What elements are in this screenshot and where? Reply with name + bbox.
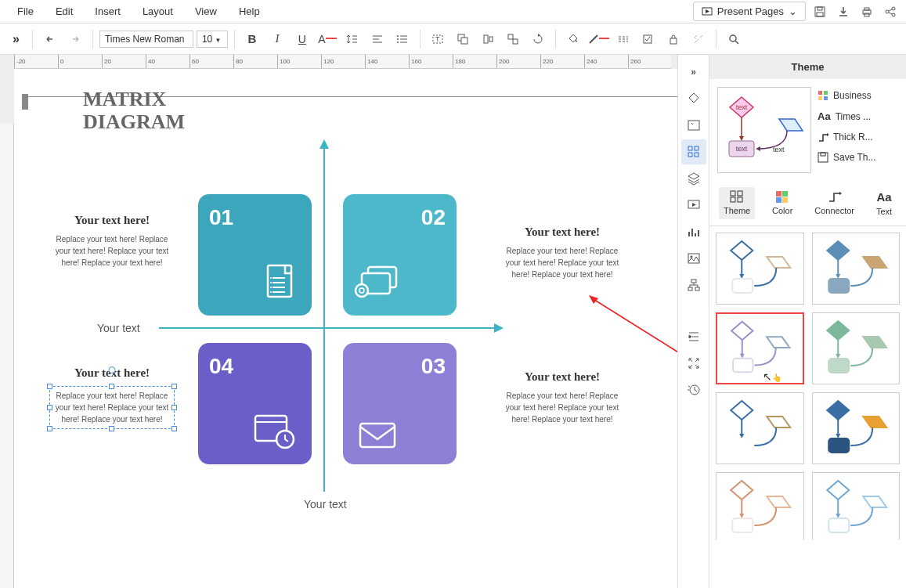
theme-thumbnail-2[interactable] (812, 233, 901, 305)
lock-icon[interactable] (662, 28, 684, 50)
resize-handle[interactable] (47, 384, 52, 389)
quadrant-2[interactable]: 02 (343, 194, 457, 316)
text-height-icon[interactable] (341, 28, 363, 50)
resize-handle[interactable] (47, 426, 52, 431)
italic-icon[interactable]: I (266, 28, 288, 50)
svg-rect-70 (776, 191, 781, 197)
axis-label-bottom[interactable]: Your text (304, 498, 347, 510)
hierarchy-icon[interactable] (681, 272, 706, 298)
arrange-icon[interactable] (452, 28, 474, 50)
tab-connector[interactable]: Connector (810, 187, 859, 219)
share-icon[interactable] (881, 2, 900, 21)
present-button[interactable]: Present Pages ⌄ (693, 2, 806, 21)
resize-handle[interactable] (109, 384, 114, 389)
picture-icon[interactable] (681, 246, 706, 271)
svg-rect-49 (695, 287, 699, 290)
svg-rect-64 (818, 153, 828, 162)
textbox-icon[interactable]: T (427, 28, 449, 50)
layers-icon[interactable] (681, 166, 706, 191)
align-icon[interactable] (366, 28, 388, 50)
rotate-icon[interactable] (527, 28, 549, 50)
text-block-1[interactable]: Your text here! Replace your text here! … (49, 214, 175, 269)
menu-layout[interactable]: Layout (132, 1, 184, 22)
tools-icon[interactable] (688, 28, 709, 50)
tab-color[interactable]: Color (767, 187, 797, 219)
diagram-title[interactable]: MATRIX DIAGRAM (83, 88, 185, 133)
menu-view[interactable]: View (184, 1, 228, 22)
bold-icon[interactable]: B (241, 28, 263, 50)
chart-icon[interactable] (681, 219, 706, 244)
text-block-2[interactable]: Your text here! Replace your text here! … (500, 225, 625, 280)
fill-icon[interactable] (562, 28, 584, 50)
svg-rect-102 (732, 518, 753, 532)
expand-toolbar-icon[interactable]: » (6, 29, 26, 49)
theme-thumbnail-5[interactable] (716, 392, 804, 464)
download-icon[interactable] (834, 2, 853, 21)
theme-thumbnail-6[interactable] (812, 392, 901, 464)
rotate-handle[interactable] (109, 366, 116, 373)
undo-icon[interactable] (39, 28, 61, 50)
menu-insert[interactable]: Insert (84, 1, 132, 22)
indent-icon[interactable] (681, 324, 706, 349)
axis-label-left[interactable]: Your text (97, 322, 140, 334)
history-icon[interactable] (681, 377, 706, 402)
expand-icon[interactable] (681, 351, 706, 376)
menu-edit[interactable]: Edit (45, 1, 84, 22)
font-color-icon[interactable]: A (316, 28, 338, 50)
theme-thumbnail-8[interactable] (812, 472, 901, 539)
svg-point-9 (892, 7, 895, 10)
quadrant-1[interactable]: 01 (198, 194, 312, 316)
redo-icon[interactable] (64, 28, 86, 50)
tab-text[interactable]: AaText (872, 187, 897, 219)
toolbar: » Times New Roman 10 ▼ B I U A T (0, 23, 906, 55)
line-color-icon[interactable] (587, 28, 609, 50)
theme-thumbnail-1[interactable] (716, 233, 804, 305)
svg-point-11 (397, 35, 399, 37)
quadrant-3[interactable]: 03 (343, 343, 457, 464)
svg-rect-90 (828, 359, 849, 373)
image-tool-icon[interactable] (681, 113, 706, 138)
svg-marker-79 (827, 241, 849, 260)
selected-textbox[interactable]: Replace your text here! Replace your tex… (49, 386, 175, 429)
font-family-select[interactable]: Times New Roman (99, 31, 193, 48)
svg-rect-62 (824, 96, 828, 100)
group-icon[interactable] (502, 28, 524, 50)
theme-thumbnail-7[interactable] (716, 472, 804, 539)
svg-rect-19 (489, 37, 493, 41)
resize-handle[interactable] (171, 426, 177, 431)
axis-horizontal[interactable] (159, 327, 496, 329)
menu-help[interactable]: Help (228, 1, 271, 22)
slideshow-icon[interactable] (681, 193, 706, 218)
theme-thumbnail-4[interactable] (812, 312, 901, 384)
list-icon[interactable] (392, 28, 413, 50)
resize-handle[interactable] (109, 426, 114, 431)
tab-theme[interactable]: Theme (719, 187, 755, 219)
theme-thumbnails: ↖👆 (709, 226, 906, 539)
prop-save[interactable]: Save Th... (818, 152, 898, 163)
prop-font[interactable]: AaTimes ... (818, 110, 898, 122)
underline-icon[interactable]: U (291, 28, 313, 50)
theme-panel: Theme text text text Business AaTimes ..… (709, 55, 906, 588)
fill-tool-icon[interactable] (681, 86, 706, 111)
resize-handle[interactable] (171, 405, 177, 410)
font-size-select[interactable]: 10 ▼ (197, 31, 228, 48)
prop-connector[interactable]: Thick R... (818, 132, 898, 142)
search-icon[interactable] (723, 28, 745, 50)
resize-handle[interactable] (47, 405, 52, 410)
prop-colorset[interactable]: Business (818, 90, 898, 101)
resize-handle[interactable] (171, 384, 177, 389)
text-block-4-selected[interactable]: Your text here! Replace your text here! … (49, 366, 175, 429)
theme-tool-icon[interactable] (681, 139, 706, 164)
align-obj-icon[interactable] (477, 28, 499, 50)
axis-vertical[interactable] (323, 147, 325, 492)
current-theme-preview[interactable]: text text text (717, 87, 811, 173)
quadrant-4[interactable]: 04 (198, 343, 312, 464)
collapse-panel-icon[interactable]: » (681, 60, 706, 85)
print-icon[interactable] (857, 2, 876, 21)
checkbox-icon[interactable] (637, 28, 659, 50)
line-style-icon[interactable] (612, 28, 634, 50)
theme-thumbnail-3[interactable]: ↖👆 (716, 312, 804, 384)
menu-file[interactable]: File (6, 1, 45, 22)
svg-marker-38 (589, 295, 598, 304)
save-icon[interactable] (810, 2, 829, 21)
